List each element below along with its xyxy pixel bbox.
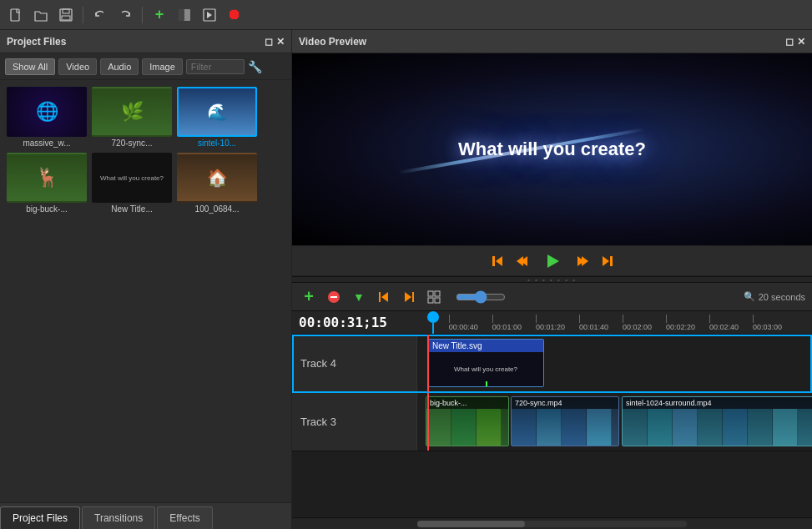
image-filter-button[interactable]: Image [142,58,183,75]
title-clip-preview: What will you create? [452,364,519,375]
next-marker-button[interactable] [399,287,419,307]
track-3-content: big-buck-... 720-sync.mp4 [417,393,812,451]
svg-marker-14 [582,256,588,266]
right-panel: Video Preview ◻ ✕ What will you create? [292,30,812,529]
thumb-item-newtitle[interactable]: What will you create? New Title... [92,153,172,214]
timeline-scrollbar [292,517,812,529]
tab-project-files[interactable]: Project Files [0,506,80,529]
save-button[interactable] [55,4,77,26]
audio-filter-button[interactable]: Audio [100,58,139,75]
next-frame-button[interactable] [572,253,589,270]
zoom-controls: 🔍 20 seconds [744,291,805,302]
thumb-item-massive[interactable]: 🌐 massive_w... [7,87,87,148]
ruler-mark-140: 00:01:40 [579,311,608,334]
tab-transitions[interactable]: Transitions [82,506,155,529]
preview-min-icon[interactable]: ◻ [785,36,794,48]
show-all-button[interactable]: Show All [5,58,55,75]
remove-clip-button[interactable] [324,287,344,307]
svg-rect-22 [412,292,414,302]
header-icons: ◻ ✕ [265,36,285,48]
tracks-container: Track 4 New Title.svg What will you crea… [292,335,812,517]
thumb-100-label: 100_0684... [195,204,240,214]
frame-t2 [648,409,673,446]
redo-button[interactable] [114,4,136,26]
prev-frame-button[interactable] [516,253,532,270]
export-button[interactable] [199,4,220,26]
preview-header-icons: ◻ ✕ [785,36,805,48]
video-preview-title: Video Preview [299,36,366,48]
svg-rect-16 [610,256,613,266]
thumb-item-sintel[interactable]: 🌊 sintel-10... [177,87,257,148]
add-track-button[interactable]: + [299,287,319,307]
preview-close-icon[interactable]: ✕ [797,36,805,48]
svg-rect-26 [435,298,440,303]
panel-divider[interactable]: • • • • • • • [292,276,812,283]
thumb-720sync-img: 🌿 [92,87,172,137]
timeline-toolbar: + ▼ 🔍 20 seconds [292,283,812,311]
filter-down-button[interactable]: ▼ [349,287,369,307]
track-4-row: Track 4 New Title.svg What will you crea… [292,335,812,393]
separator-2 [142,7,143,23]
prev-marker-button[interactable] [374,287,394,307]
frame-3 [477,409,502,446]
frame-t6 [748,409,773,446]
svg-marker-12 [547,254,559,268]
svg-rect-20 [379,292,381,302]
zoom-slider[interactable] [456,290,506,304]
scrollbar-track[interactable] [417,521,687,527]
svg-rect-3 [62,16,70,20]
frame-b3 [562,409,587,446]
new-button[interactable] [5,4,27,26]
title-clip[interactable]: New Title.svg What will you create? [427,339,544,387]
timecode-display: 00:00:31;15 [292,315,417,330]
ruler-marks: 00:00:40 00:01:00 00:01:20 00:01:40 [417,311,812,334]
track-4-content: New Title.svg What will you create? [417,335,812,392]
clip-sintel[interactable]: sintel-1024-surround.mp4 [622,396,812,446]
record-button[interactable]: ⏺ [224,4,245,26]
clear-filter-button[interactable]: 🔧 [248,60,262,73]
clip-720sync[interactable]: 720-sync.mp4 [511,396,619,446]
go-end-button[interactable] [599,253,616,270]
go-start-button[interactable] [489,253,506,270]
frame-2 [451,409,477,446]
timeline-ruler: 00:00:31;15 00:00:40 00:01:00 [292,311,812,335]
video-filter-button[interactable]: Video [58,58,97,75]
track-3-row: Track 3 big-buck-... [292,393,812,451]
svg-marker-11 [517,256,523,266]
filter-input[interactable] [186,59,245,74]
ruler-mark-120: 00:01:20 [536,311,565,334]
play-button[interactable] [542,251,562,271]
undo-button[interactable] [89,4,111,26]
svg-rect-9 [492,256,495,266]
main-toolbar: + ⏺ [0,0,812,30]
svg-marker-8 [496,256,502,266]
import-button[interactable]: + [149,4,170,26]
window-min-icon[interactable]: ◻ [265,36,273,48]
clip-bigbuck[interactable]: big-buck-... [426,396,509,446]
thumb-720sync-label: 720-sync... [112,139,153,148]
playhead-indicator [427,311,439,323]
ruler-mark-240: 00:02:40 [709,311,739,334]
frame-t7 [773,409,798,446]
ruler-mark-220: 00:02:20 [666,311,695,334]
open-button[interactable] [30,4,52,26]
thumb-item-bigbuck[interactable]: 🦌 big-buck-... [7,153,87,214]
theme-button[interactable] [174,4,195,26]
frame-t5 [723,409,748,446]
thumb-item-100[interactable]: 🏠 100_0684... [177,153,257,214]
project-files-header: Project Files ◻ ✕ [0,30,291,53]
snap-button[interactable] [424,287,444,307]
svg-rect-24 [435,291,440,296]
thumbnails-grid: 🌐 massive_w... 🌿 720-sync... 🌊 sintel-10… [0,80,291,502]
ruler-mark-300: 00:03:00 [753,311,782,334]
thumb-massive-img: 🌐 [7,87,87,137]
tab-effects[interactable]: Effects [157,506,212,529]
thumb-item-720sync[interactable]: 🌿 720-sync... [92,87,172,148]
preview-screen: What will you create? [292,53,812,245]
clip-sintel-label: sintel-1024-surround.mp4 [623,397,812,409]
clip-bigbuck-frames [426,409,508,446]
frame-b2 [537,409,562,446]
thumb-newtitle-img: What will you create? [92,153,172,203]
window-close-icon[interactable]: ✕ [276,36,285,48]
scrollbar-thumb[interactable] [417,521,525,527]
